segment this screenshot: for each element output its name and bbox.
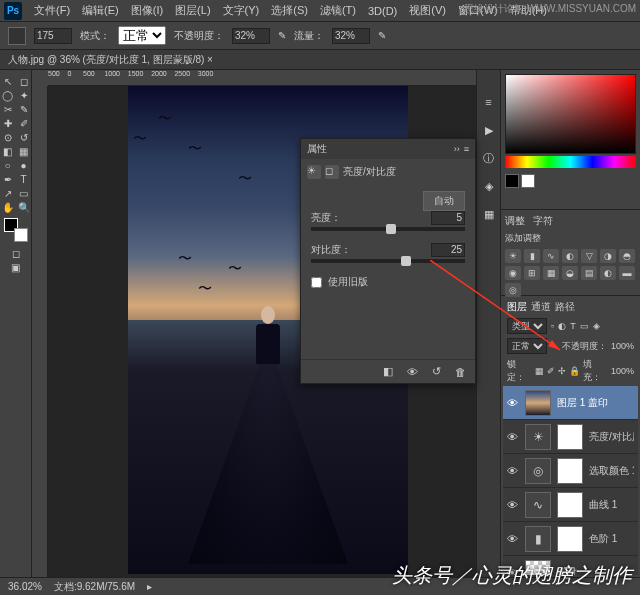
menu-view[interactable]: 视图(V) (403, 3, 452, 18)
type-tool[interactable]: T (17, 172, 31, 186)
menu-image[interactable]: 图像(I) (125, 3, 169, 18)
filter-pixel-icon[interactable]: ▫ (551, 321, 554, 331)
eyedropper-tool[interactable]: ✎ (17, 102, 31, 116)
dodge-tool[interactable]: ● (17, 158, 31, 172)
menu-layer[interactable]: 图层(L) (169, 3, 216, 18)
hand-tool[interactable]: ✋ (1, 200, 15, 214)
blend-mode-select[interactable]: 正常 (507, 338, 547, 354)
menu-type[interactable]: 文字(Y) (217, 3, 266, 18)
lock-pixel-icon[interactable]: ✐ (547, 366, 555, 376)
pen-tool[interactable]: ✒ (1, 172, 15, 186)
vibrance-icon[interactable]: ▽ (581, 249, 597, 263)
selective-color-icon[interactable]: ◎ (505, 283, 521, 297)
path-tool[interactable]: ↗ (1, 186, 15, 200)
brightness-slider[interactable] (311, 227, 465, 231)
invert-icon[interactable]: ◒ (562, 266, 578, 280)
auto-button[interactable]: 自动 (423, 191, 465, 211)
ruler-horizontal[interactable]: 500 0 500 1000 1500 2000 2500 3000 (48, 70, 476, 86)
layer-row[interactable]: 👁 ☀ 亮度/对比度 1 (503, 420, 638, 454)
gradient-map-icon[interactable]: ▬ (619, 266, 635, 280)
brush-tool[interactable]: ✐ (17, 116, 31, 130)
brush-size-input[interactable] (34, 28, 72, 44)
quickmask-toggle[interactable]: ◻ (9, 246, 23, 260)
info-icon[interactable]: ⓘ (481, 150, 497, 166)
mask-thumbnail[interactable] (557, 492, 583, 518)
adjustment-thumbnail[interactable]: ∿ (525, 492, 551, 518)
marquee-tool[interactable]: ◻ (17, 74, 31, 88)
contrast-slider[interactable] (311, 259, 465, 263)
visibility-icon[interactable]: 👁 (507, 499, 519, 511)
menu-select[interactable]: 选择(S) (265, 3, 314, 18)
brightness-value[interactable]: 5 (431, 211, 465, 225)
paths-tab[interactable]: 路径 (555, 300, 575, 314)
delete-icon[interactable]: 🗑 (453, 365, 467, 379)
color-swatches[interactable] (4, 218, 28, 242)
lasso-tool[interactable]: ◯ (1, 88, 15, 102)
filter-adj-icon[interactable]: ◐ (558, 321, 566, 331)
menu-file[interactable]: 文件(F) (28, 3, 76, 18)
mask-thumbnail[interactable] (557, 424, 583, 450)
layer-name[interactable]: 图层 1 盖印 (557, 396, 634, 410)
layer-name[interactable]: 色阶 1 (589, 532, 634, 546)
lock-all-icon[interactable]: 🔒 (569, 366, 580, 376)
photo-filter-icon[interactable]: ◉ (505, 266, 521, 280)
filter-shape-icon[interactable]: ▭ (580, 321, 589, 331)
layer-opacity-value[interactable]: 100% (611, 341, 634, 351)
visibility-icon[interactable]: 👁 (507, 431, 519, 443)
mode-select[interactable]: 正常 (118, 26, 166, 45)
blur-tool[interactable]: ○ (1, 158, 15, 172)
doc-info[interactable]: 文档:9.62M/75.6M (54, 580, 135, 594)
layer-row[interactable]: 👁 ∿ 曲线 1 (503, 488, 638, 522)
zoom-level[interactable]: 36.02% (8, 581, 42, 592)
layer-name[interactable]: 曲线 1 (589, 498, 634, 512)
eraser-tool[interactable]: ◧ (1, 144, 15, 158)
lock-pos-icon[interactable]: ✢ (558, 366, 566, 376)
adjustment-thumbnail[interactable]: ☀ (525, 424, 551, 450)
layer-filter-select[interactable]: 类型 (507, 318, 547, 334)
flow-input[interactable] (332, 28, 370, 44)
collapse-icon[interactable]: ›› (454, 144, 460, 154)
ruler-vertical[interactable] (32, 86, 48, 577)
channels-tab[interactable]: 通道 (531, 300, 551, 314)
visibility-icon[interactable]: 👁 (507, 397, 519, 409)
actions-icon[interactable]: ▶ (481, 122, 497, 138)
reset-icon[interactable]: ↺ (429, 365, 443, 379)
clip-icon[interactable]: ◧ (381, 365, 395, 379)
filter-type-icon[interactable]: T (570, 321, 576, 331)
gradient-tool[interactable]: ▦ (17, 144, 31, 158)
mask-thumbnail[interactable] (557, 526, 583, 552)
contrast-value[interactable]: 25 (431, 243, 465, 257)
color-picker[interactable] (505, 74, 636, 154)
stamp-tool[interactable]: ⊙ (1, 130, 15, 144)
heal-tool[interactable]: ✚ (1, 116, 15, 130)
mask-thumbnail[interactable] (557, 458, 583, 484)
hue-slider[interactable] (505, 156, 636, 168)
layer-name[interactable]: 选取颜色 1 (589, 464, 634, 478)
move-tool[interactable]: ↖ (1, 74, 15, 88)
adjustment-thumbnail[interactable]: ▮ (525, 526, 551, 552)
brightness-icon[interactable]: ☀ (505, 249, 521, 263)
pressure-opacity-icon[interactable]: ✎ (278, 30, 286, 41)
menu-filter[interactable]: 滤镜(T) (314, 3, 362, 18)
opacity-input[interactable] (232, 28, 270, 44)
brush-preview[interactable] (8, 27, 26, 45)
threshold-icon[interactable]: ◐ (600, 266, 616, 280)
panel-menu-icon[interactable]: ≡ (464, 144, 469, 154)
exposure-icon[interactable]: ◐ (562, 249, 578, 263)
curves-icon[interactable]: ∿ (543, 249, 559, 263)
posterize-icon[interactable]: ▤ (581, 266, 597, 280)
shape-tool[interactable]: ▭ (17, 186, 31, 200)
layer-thumbnail[interactable] (525, 390, 551, 416)
filter-smart-icon[interactable]: ◈ (593, 321, 600, 331)
layer-row[interactable]: 👁 图层 1 盖印 (503, 386, 638, 420)
document-tab[interactable]: 人物.jpg @ 36% (亮度/对比度 1, 图层蒙版/8) × (0, 50, 640, 70)
adjustments-tab[interactable]: 调整 (505, 214, 525, 228)
layer-name[interactable]: 亮度/对比度 1 (589, 430, 634, 444)
airbrush-icon[interactable]: ✎ (378, 30, 386, 41)
menu-3d[interactable]: 3D(D) (362, 5, 403, 17)
crop-tool[interactable]: ✂ (1, 102, 15, 116)
swatches-icon[interactable]: ▦ (481, 206, 497, 222)
navigator-icon[interactable]: ◈ (481, 178, 497, 194)
lock-trans-icon[interactable]: ▦ (535, 366, 544, 376)
visibility-icon[interactable]: 👁 (507, 465, 519, 477)
